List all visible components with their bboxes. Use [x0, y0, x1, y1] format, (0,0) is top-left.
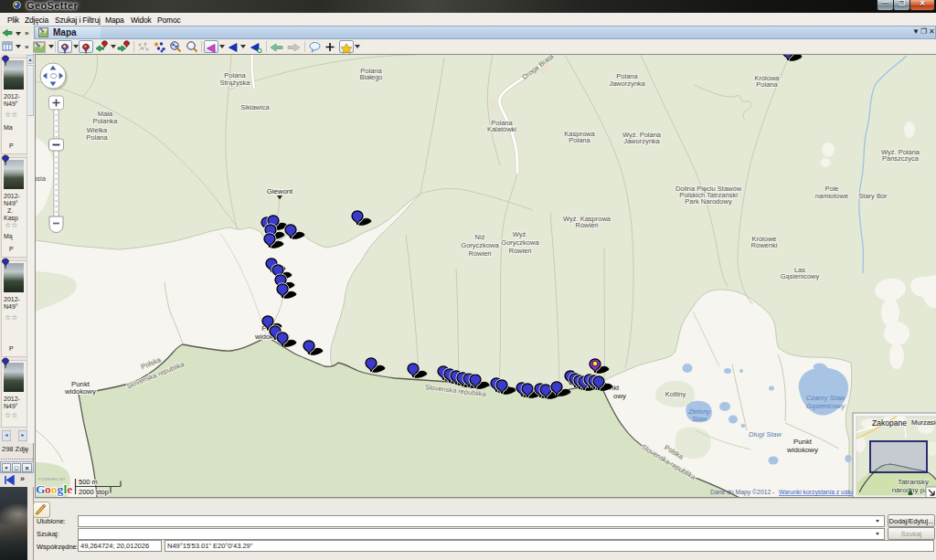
svg-text:Pańszczyca: Pańszczyca — [882, 154, 920, 163]
svg-text:owy: owy — [613, 392, 626, 400]
svg-text:»: » — [25, 29, 29, 37]
svg-text:Zakopane: Zakopane — [872, 418, 907, 428]
svg-text:POWERED BY: POWERED BY — [38, 477, 65, 481]
svg-text:Tatranský: Tatranský — [898, 478, 929, 486]
svg-text:Czarny Staw: Czarny Staw — [806, 394, 846, 402]
svg-text:Kotliny: Kotliny — [665, 390, 686, 398]
svg-text:Gąsienicowy: Gąsienicowy — [781, 272, 820, 280]
svg-text:Rówień: Rówień — [575, 221, 598, 229]
svg-text:Park Narodowy: Park Narodowy — [685, 197, 732, 206]
svg-text:Jaworzynka: Jaworzynka — [609, 79, 645, 88]
svg-text:e: e — [67, 482, 72, 496]
svg-text:Strążyska: Strążyska — [220, 79, 251, 87]
svg-text:Goryczkowa: Goryczkowa — [461, 241, 499, 249]
svg-text:namiotowe: namiotowe — [815, 192, 848, 200]
svg-text:Rówenki: Rówenki — [751, 241, 778, 249]
svg-text:Murzasic: Murzasic — [911, 418, 936, 427]
svg-text:Punkt: Punkt — [793, 438, 813, 446]
svg-text:Giewont: Giewont — [267, 187, 293, 195]
svg-text:Długi Staw: Długi Staw — [749, 430, 782, 438]
svg-text:Stary Bór: Stary Bór — [858, 192, 888, 200]
svg-text:Polana: Polana — [86, 133, 108, 142]
svg-text:Rówień: Rówień — [508, 247, 531, 255]
svg-text:Wyż.: Wyż. — [513, 230, 528, 238]
svg-text:»: » — [25, 43, 29, 51]
svg-text:usia: usia — [36, 174, 47, 183]
svg-text:Polanka: Polanka — [92, 117, 118, 125]
svg-text:Polana: Polana — [569, 136, 590, 144]
svg-text:widokowy: widokowy — [786, 446, 818, 454]
svg-text:Warunki korzystania z usług: Warunki korzystania z usług — [779, 489, 856, 496]
svg-text:Jaworzynka: Jaworzynka — [623, 137, 660, 145]
svg-text:Gąsienicowy: Gąsienicowy — [806, 402, 846, 410]
svg-text:Białego: Białego — [359, 73, 382, 81]
svg-text:Siklawica: Siklawica — [240, 103, 270, 111]
svg-text:Rówień: Rówień — [468, 249, 491, 258]
svg-text:Niż: Niż — [475, 233, 485, 241]
svg-text:2000 stóp: 2000 stóp — [79, 488, 109, 496]
svg-text:Dane do Mapy ©2012 -: Dane do Mapy ©2012 - — [710, 489, 774, 496]
svg-text:Staw: Staw — [692, 415, 707, 423]
svg-text:widokowy: widokowy — [64, 387, 96, 396]
svg-text:Goryczkowa: Goryczkowa — [501, 238, 539, 247]
svg-text:Kalatówki: Kalatówki — [487, 125, 516, 133]
svg-text:Polana: Polana — [756, 80, 778, 89]
svg-text:500 m: 500 m — [79, 478, 98, 486]
